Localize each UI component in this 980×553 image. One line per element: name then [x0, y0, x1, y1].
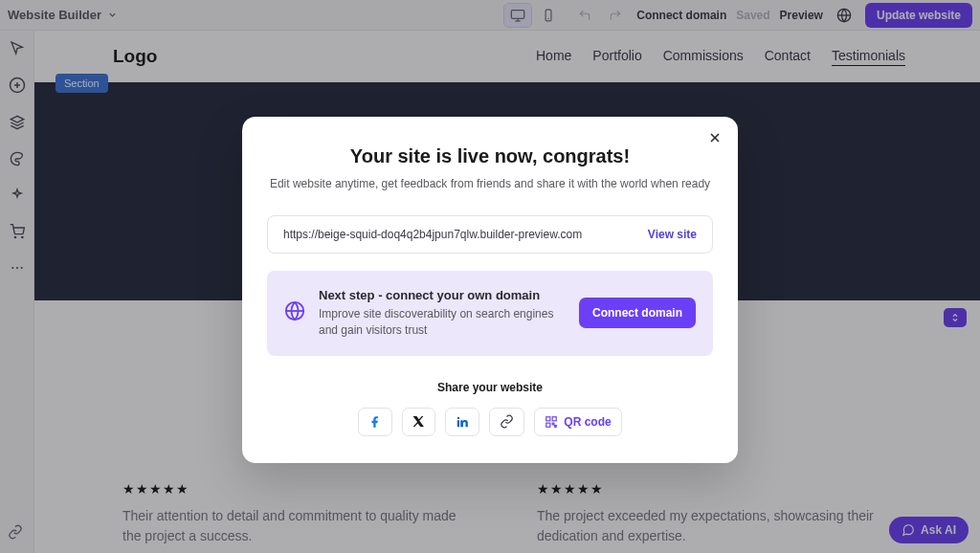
- site-url[interactable]: https://beige-squid-doq4q2b4jpun7qlw.bui…: [283, 228, 582, 241]
- qr-code-button[interactable]: QR code: [534, 408, 621, 436]
- facebook-icon: [368, 415, 382, 429]
- copy-link-button[interactable]: [489, 408, 524, 436]
- share-facebook-button[interactable]: [358, 408, 392, 436]
- linkedin-icon: [456, 415, 469, 429]
- close-icon: [707, 130, 723, 145]
- svg-rect-24: [555, 425, 557, 427]
- globe-connect-icon: [284, 300, 305, 321]
- close-button[interactable]: [707, 130, 723, 149]
- svg-rect-20: [546, 416, 550, 420]
- domain-icon-wrapper: [284, 300, 305, 325]
- link-icon: [500, 414, 514, 429]
- x-icon: [412, 415, 425, 428]
- qr-label: QR code: [564, 415, 611, 429]
- qr-icon: [545, 415, 558, 429]
- modal-lead: Edit website anytime, get feedback from …: [267, 177, 713, 190]
- share-label: Share your website: [267, 381, 713, 394]
- domain-title: Next step - connect your own domain: [319, 288, 566, 302]
- modal-title: Your site is live now, congrats!: [267, 145, 713, 167]
- view-site-link[interactable]: View site: [648, 228, 697, 241]
- domain-desc: Improve site discoverability on search e…: [319, 306, 566, 339]
- share-x-button[interactable]: [402, 408, 435, 436]
- svg-rect-22: [546, 423, 550, 427]
- connect-domain-button[interactable]: Connect domain: [579, 298, 696, 328]
- svg-rect-21: [552, 416, 556, 420]
- svg-rect-23: [552, 423, 554, 425]
- share-linkedin-button[interactable]: [445, 408, 479, 436]
- url-box: https://beige-squid-doq4q2b4jpun7qlw.bui…: [267, 215, 713, 254]
- publish-modal: Your site is live now, congrats! Edit we…: [242, 117, 738, 463]
- share-row: QR code: [267, 408, 713, 436]
- domain-cta-box: Next step - connect your own domain Impr…: [267, 271, 713, 356]
